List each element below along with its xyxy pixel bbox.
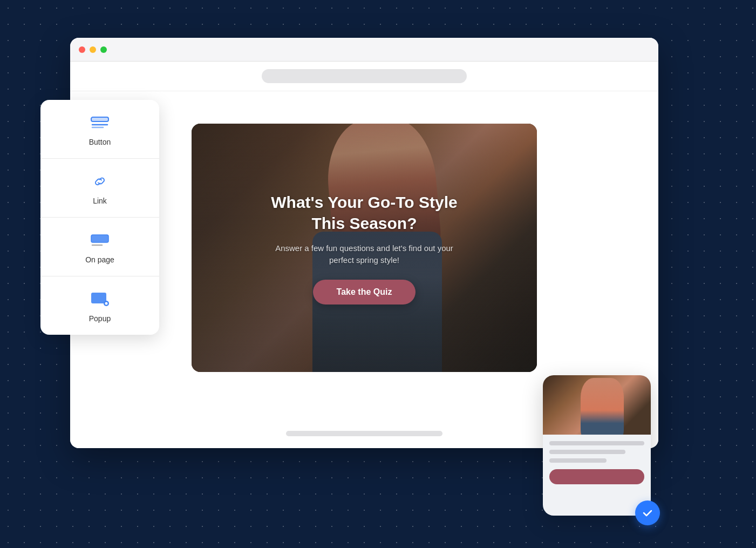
browser-dot-maximize[interactable] bbox=[100, 46, 107, 53]
on-page-icon bbox=[89, 229, 111, 251]
scroll-indicator-bottom bbox=[286, 431, 442, 436]
sidebar-item-button[interactable]: Button bbox=[40, 100, 159, 159]
hero-title: What's Your Go-To Style This Season? bbox=[271, 192, 457, 234]
sidebar-item-popup-label: Popup bbox=[89, 314, 111, 323]
browser-dot-close[interactable] bbox=[79, 46, 85, 53]
sidebar-item-link[interactable]: Link bbox=[40, 159, 159, 218]
browser-dot-minimize[interactable] bbox=[90, 46, 96, 53]
browser-titlebar bbox=[70, 38, 658, 62]
hero-subtitle: Answer a few fun questions and let's fin… bbox=[273, 242, 456, 267]
svg-rect-4 bbox=[91, 235, 108, 242]
mobile-preview-photo bbox=[543, 375, 651, 435]
browser-address-area bbox=[70, 62, 658, 91]
sidebar-item-popup[interactable]: Popup bbox=[40, 276, 159, 335]
sidebar-panel: Button Link On page bbox=[40, 100, 159, 335]
mobile-line-3 bbox=[549, 458, 607, 463]
take-quiz-button[interactable]: Take the Quiz bbox=[313, 280, 416, 305]
browser-address-bar[interactable] bbox=[262, 69, 467, 83]
sidebar-item-onpage[interactable]: On page bbox=[40, 218, 159, 276]
sidebar-item-button-label: Button bbox=[89, 138, 111, 146]
popup-icon bbox=[89, 288, 111, 310]
svg-rect-0 bbox=[91, 117, 108, 121]
hero-card: What's Your Go-To Style This Season? Ans… bbox=[192, 124, 537, 372]
hero-content: What's Your Go-To Style This Season? Ans… bbox=[192, 124, 537, 372]
mobile-preview-button bbox=[549, 469, 644, 484]
sidebar-item-onpage-label: On page bbox=[85, 255, 114, 264]
mobile-preview-content bbox=[543, 435, 651, 491]
link-icon bbox=[89, 171, 111, 192]
svg-point-9 bbox=[105, 302, 108, 305]
check-icon bbox=[642, 507, 653, 519]
mobile-preview-card bbox=[543, 375, 651, 516]
check-badge bbox=[635, 500, 660, 525]
mobile-line-1 bbox=[549, 441, 644, 445]
svg-rect-7 bbox=[91, 293, 106, 303]
button-icon bbox=[89, 112, 111, 133]
sidebar-item-link-label: Link bbox=[93, 197, 107, 205]
mobile-line-2 bbox=[549, 450, 625, 454]
